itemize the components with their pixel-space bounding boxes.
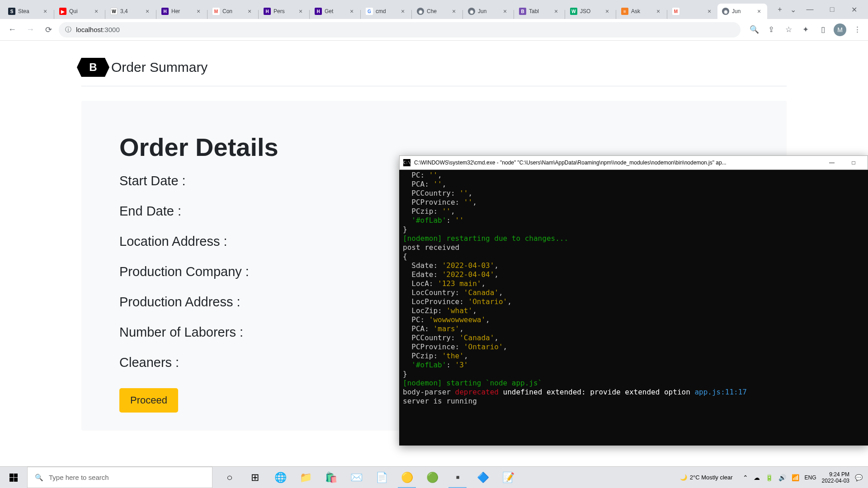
browser-tab[interactable]: MCon× bbox=[208, 4, 258, 19]
proceed-button[interactable]: Proceed bbox=[119, 388, 178, 413]
browser-tab[interactable]: W3,4× bbox=[106, 4, 156, 19]
weather-widget[interactable]: 🌙 2°C Mostly clear bbox=[680, 474, 733, 481]
browser-tab[interactable]: ▶Qui× bbox=[55, 4, 104, 19]
tab-close-icon[interactable]: × bbox=[93, 8, 100, 15]
nav-reload-icon[interactable]: ⟳ bbox=[41, 22, 56, 38]
terminal-line: post received bbox=[403, 243, 864, 252]
terminal-line: PCA: 'mars', bbox=[403, 324, 864, 333]
app-diamond-icon[interactable]: 🔷 bbox=[470, 467, 495, 488]
weather-moon-icon: 🌙 bbox=[680, 474, 687, 481]
tab-close-icon[interactable]: × bbox=[604, 8, 611, 15]
cortana-icon[interactable]: ○ bbox=[217, 467, 242, 488]
terminal-line: { bbox=[403, 252, 864, 261]
tab-close-icon[interactable]: × bbox=[399, 8, 406, 15]
ms-store-icon[interactable]: 🛍️ bbox=[318, 467, 344, 488]
page-header: B Order Summary bbox=[81, 50, 787, 86]
tray-language[interactable]: ENG bbox=[805, 474, 816, 481]
kebab-menu-icon[interactable]: ⋮ bbox=[851, 23, 863, 36]
share-icon[interactable]: ⇪ bbox=[765, 23, 778, 36]
tray-onedrive-icon[interactable]: ☁ bbox=[754, 474, 760, 481]
tab-divider bbox=[207, 10, 208, 19]
tab-close-icon[interactable]: × bbox=[552, 8, 560, 15]
tab-close-icon[interactable]: × bbox=[144, 8, 151, 15]
tabs-dropdown-icon[interactable]: ⌄ bbox=[786, 3, 800, 16]
tab-title: JSO bbox=[580, 8, 602, 14]
tray-chevron-icon[interactable]: ⌃ bbox=[743, 474, 748, 481]
tray-battery-icon[interactable]: 🔋 bbox=[765, 474, 773, 481]
profile-avatar[interactable]: M bbox=[834, 23, 846, 36]
new-tab-button[interactable]: + bbox=[774, 3, 786, 16]
nav-back-icon[interactable]: ← bbox=[5, 22, 20, 38]
tab-close-icon[interactable]: × bbox=[195, 8, 202, 15]
tab-close-icon[interactable]: × bbox=[42, 8, 49, 15]
tab-close-icon[interactable]: × bbox=[450, 8, 458, 15]
edge-icon[interactable]: 🌐 bbox=[268, 467, 293, 488]
terminal-line: PCProvince: '', bbox=[403, 198, 864, 207]
window-minimize-icon[interactable]: — bbox=[800, 3, 820, 16]
browser-tab[interactable]: HHer× bbox=[157, 4, 207, 19]
tab-close-icon[interactable]: × bbox=[706, 8, 713, 15]
terminal-line: } bbox=[403, 370, 864, 379]
tab-divider bbox=[309, 10, 310, 19]
site-info-icon[interactable]: ⓘ bbox=[65, 26, 71, 34]
tab-close-icon[interactable]: × bbox=[297, 8, 304, 15]
taskbar-search[interactable]: 🔍 Type here to search bbox=[27, 467, 212, 488]
browser-tab[interactable]: ◉Che× bbox=[412, 4, 462, 19]
browser-tab[interactable]: BTabl× bbox=[514, 4, 564, 19]
browser-tab[interactable]: ◉Jun× bbox=[463, 4, 513, 19]
tab-close-icon[interactable]: × bbox=[755, 8, 763, 15]
tab-title: Con bbox=[222, 8, 244, 14]
notepad-icon[interactable]: 📝 bbox=[495, 467, 521, 488]
browser-tab[interactable]: HGet× bbox=[310, 4, 360, 19]
tab-close-icon[interactable]: × bbox=[348, 8, 355, 15]
word-icon[interactable]: 📄 bbox=[369, 467, 394, 488]
side-panel-icon[interactable]: ▯ bbox=[816, 23, 829, 36]
tab-favicon-icon: W bbox=[110, 8, 118, 15]
url-bar[interactable]: ⓘ localhost:3000 bbox=[59, 22, 741, 38]
taskbar-apps: ○ ⊞ 🌐 📁 🛍️ ✉️ 📄 🟡 🟢 ▪️ 🔷 📝 bbox=[217, 467, 521, 488]
tab-close-icon[interactable]: × bbox=[246, 8, 253, 15]
cmd-window[interactable]: C:\ C:\WINDOWS\system32\cmd.exe - "node"… bbox=[399, 155, 868, 446]
browser-tab[interactable]: SStea× bbox=[4, 4, 53, 19]
browser-tab[interactable]: WJSO× bbox=[566, 4, 615, 19]
tab-favicon-icon: ≡ bbox=[621, 8, 628, 15]
app-green-icon[interactable]: 🟢 bbox=[420, 467, 445, 488]
nav-forward-icon[interactable]: → bbox=[23, 22, 38, 38]
chrome-icon[interactable]: 🟡 bbox=[394, 467, 420, 488]
tab-title: Jun bbox=[732, 8, 754, 14]
cmd-maximize-icon[interactable]: □ bbox=[843, 156, 864, 169]
task-view-icon[interactable]: ⊞ bbox=[242, 467, 268, 488]
browser-tab[interactable]: M× bbox=[668, 4, 717, 19]
cmd-minimize-icon[interactable]: — bbox=[821, 156, 842, 169]
tray-wifi-icon[interactable]: 📶 bbox=[792, 474, 799, 481]
cmd-titlebar[interactable]: C:\ C:\WINDOWS\system32\cmd.exe - "node"… bbox=[399, 155, 868, 170]
browser-tab[interactable]: Gcmd× bbox=[361, 4, 411, 19]
bookmark-icon[interactable]: ☆ bbox=[782, 23, 795, 36]
window-maximize-icon[interactable]: □ bbox=[822, 3, 842, 16]
window-close-icon[interactable]: ✕ bbox=[844, 3, 864, 16]
cmd-title: C:\WINDOWS\system32\cmd.exe - "node" "C:… bbox=[414, 160, 821, 166]
terminal-line: PCzip: 'the', bbox=[403, 352, 864, 361]
tab-close-icon[interactable]: × bbox=[655, 8, 662, 15]
clock-date: 2022-04-03 bbox=[822, 478, 849, 484]
mail-icon[interactable]: ✉️ bbox=[344, 467, 369, 488]
taskbar-clock[interactable]: 9:24 PM 2022-04-03 bbox=[822, 471, 849, 484]
tab-favicon-icon: M bbox=[212, 8, 220, 15]
notifications-icon[interactable]: 💬 bbox=[855, 474, 863, 481]
browser-tab[interactable]: HPers× bbox=[259, 4, 309, 19]
cmd-body[interactable]: PC: '', PCA: '', PCCountry: '', PCProvin… bbox=[399, 170, 868, 407]
zoom-icon[interactable]: 🔍 bbox=[748, 23, 760, 36]
file-explorer-icon[interactable]: 📁 bbox=[293, 467, 318, 488]
browser-tab[interactable]: ◉Jun× bbox=[717, 4, 767, 19]
search-icon: 🔍 bbox=[35, 474, 43, 482]
terminal-line: PCCountry: 'Canada', bbox=[403, 333, 864, 343]
browser-tab[interactable]: ≡Ask× bbox=[617, 4, 666, 19]
tab-favicon-icon: S bbox=[8, 8, 15, 15]
terminal-icon[interactable]: ▪️ bbox=[445, 467, 470, 488]
search-placeholder: Type here to search bbox=[49, 474, 109, 481]
start-button[interactable] bbox=[0, 467, 27, 488]
extensions-icon[interactable]: ✦ bbox=[799, 23, 812, 36]
tab-close-icon[interactable]: × bbox=[501, 8, 509, 15]
tab-favicon-icon: M bbox=[672, 8, 679, 15]
tray-volume-icon[interactable]: 🔊 bbox=[778, 474, 786, 481]
